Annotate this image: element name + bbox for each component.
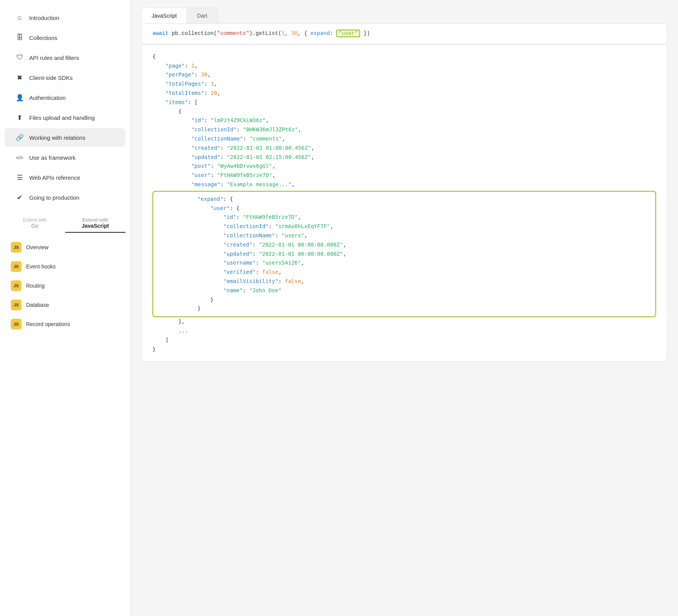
files-icon: ⬆ (15, 113, 24, 122)
js-badge-event-hooks: JS (11, 261, 21, 272)
language-tabs: JavaScript Dart (141, 8, 218, 23)
sub-nav-item-routing[interactable]: JS Routing (5, 277, 126, 295)
nav-item-production[interactable]: ✔ Going to production (5, 188, 126, 207)
framework-icon: </> (15, 153, 24, 162)
inline-code-block: await pb.collection("comments").getList(… (141, 23, 667, 44)
collections-icon: 🗄 (15, 33, 24, 42)
js-badge-record-ops: JS (11, 319, 21, 330)
tab-extend-js[interactable]: Extend with JavaScript (65, 214, 126, 233)
sub-nav-item-overview[interactable]: JS Overview (5, 238, 126, 257)
nav-item-relations[interactable]: 🔗 Working with relations (5, 128, 126, 147)
main-content: JavaScript Dart await pb.collection("com… (131, 0, 678, 616)
tab-javascript[interactable]: JavaScript (142, 8, 187, 23)
js-badge-database: JS (11, 300, 21, 310)
sub-nav-item-event-hooks[interactable]: JS Event hooks (5, 257, 126, 276)
nav-item-framework[interactable]: </> Use as framework (5, 148, 126, 167)
sub-nav-item-record-operations[interactable]: JS Record operations (5, 315, 126, 333)
nav-item-web-apis[interactable]: ☰ Web APIs reference (5, 168, 126, 187)
tab-dart[interactable]: Dart (187, 8, 217, 23)
relations-icon: 🔗 (15, 133, 24, 142)
auth-icon: 👤 (15, 93, 24, 102)
nav-item-api-rules[interactable]: 🛡 API rules and filters (5, 48, 126, 67)
sub-nav-item-database[interactable]: JS Database (5, 296, 126, 314)
shield-icon: 🛡 (15, 53, 24, 62)
nav-item-authentication[interactable]: 👤 Authentication (5, 88, 126, 107)
extend-section: Extend with Go Extend with JavaScript JS… (5, 214, 126, 334)
nav-item-client-sdks[interactable]: ✖ Client-side SDKs (5, 68, 126, 87)
nav-item-collections[interactable]: 🗄 Collections (5, 28, 126, 47)
nav-item-files[interactable]: ⬆ Files upload and handling (5, 108, 126, 127)
web-apis-icon: ☰ (15, 173, 24, 182)
json-response-block: { "page": 1, "perPage": 30, "totalPages"… (141, 44, 667, 362)
home-icon: ⌂ (15, 13, 24, 22)
sdk-icon: ✖ (15, 73, 24, 82)
code-panel: JavaScript Dart await pb.collection("com… (131, 0, 678, 369)
nav-item-introduction[interactable]: ⌂ Introduction (5, 8, 126, 27)
js-badge-overview: JS (11, 242, 21, 253)
extend-tabs: Extend with Go Extend with JavaScript (5, 214, 126, 233)
js-badge-routing: JS (11, 280, 21, 291)
tab-extend-go[interactable]: Extend with Go (5, 214, 65, 233)
production-icon: ✔ (15, 193, 24, 202)
sidebar: ⌂ Introduction 🗄 Collections 🛡 API rules… (0, 0, 131, 616)
